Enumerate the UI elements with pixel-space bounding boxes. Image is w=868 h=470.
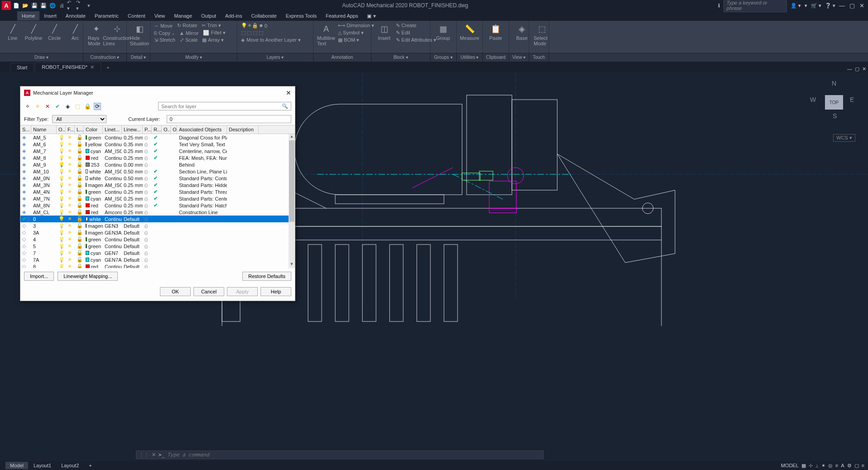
layer-o2[interactable]	[162, 232, 171, 233]
layer-assoc-cell[interactable]: Standard Parts: Thread...	[177, 189, 227, 195]
column-header[interactable]: Linet...	[103, 125, 122, 134]
layer-plot-icon[interactable]: ⎙	[143, 168, 152, 175]
layer-lock-icon[interactable]: 🔓	[75, 195, 84, 202]
layer-plot-icon[interactable]: ⎙	[143, 196, 152, 202]
layer-freeze-icon[interactable]: ☀	[66, 134, 75, 141]
layer-o3[interactable]	[171, 239, 177, 240]
layer-on-icon[interactable]: 💡	[57, 188, 66, 195]
layer-lineweight-cell[interactable]: Default	[122, 264, 143, 269]
layer-o3[interactable]	[171, 219, 177, 220]
layer-plot-icon[interactable]: ⎙	[143, 230, 152, 236]
layer-status-icon[interactable]: ◇	[20, 256, 31, 263]
layer-reconcile-icon[interactable]: ✔	[152, 182, 162, 188]
layer-refresh-icon[interactable]: ⟳	[94, 103, 101, 110]
modify-copy-button[interactable]: ⎘ Copy ▾	[154, 30, 175, 36]
layer-linetype-cell[interactable]: AM_ISO...	[103, 196, 122, 202]
layer-status-icon[interactable]: ◈	[20, 141, 31, 148]
layer-desc-cell[interactable]	[227, 151, 259, 152]
command-input[interactable]	[167, 452, 540, 458]
layer-reconcile-icon[interactable]: ✔	[152, 148, 162, 154]
a360-icon[interactable]: ▾	[805, 3, 807, 9]
app-logo[interactable]: A	[2, 1, 11, 10]
viewcube-east[interactable]: E	[850, 96, 854, 103]
layer-plot-icon[interactable]: ⎙	[143, 250, 152, 256]
layer-row[interactable]: ◈AM_8💡☀🔓redContinu...0.25 mm⎙✔FEA: Mesh,…	[20, 154, 295, 161]
apply-button[interactable]: Apply	[227, 287, 258, 296]
maximize-icon[interactable]: ▢	[849, 2, 855, 9]
layer-name-cell[interactable]: AM_5	[31, 134, 57, 141]
scroll-up-icon[interactable]: ▲	[289, 134, 295, 140]
layer-freeze-icon[interactable]: ☀	[66, 202, 75, 209]
status-lineweight-icon[interactable]: ≡	[835, 463, 838, 469]
document-tab[interactable]: ROBOT_FINISHED*✕	[35, 62, 101, 72]
circle-button[interactable]: ╱Circle	[45, 23, 63, 42]
layer-desc-cell[interactable]	[227, 185, 259, 186]
layer-linetype-cell[interactable]: AM_ISO...	[103, 148, 122, 154]
layer-lock-icon[interactable]: 🔓	[75, 202, 84, 209]
layer-desc-cell[interactable]	[227, 246, 259, 247]
layer-row[interactable]: ◈AM_9💡☀🔓253Continu...0.00 mm⎙Behind	[20, 161, 295, 168]
layer-lock-icon[interactable]: 🔓	[75, 249, 84, 256]
layer-o2[interactable]	[162, 212, 171, 213]
saveas-icon[interactable]: 💾	[40, 2, 47, 9]
layer-on-icon[interactable]: 💡	[57, 256, 66, 263]
layer-freeze-icon[interactable]: ☀	[66, 195, 75, 202]
ok-button[interactable]: OK	[160, 287, 191, 296]
layer-lineweight-cell[interactable]: Default	[122, 243, 143, 249]
status-ortho-icon[interactable]: ⟂	[815, 463, 819, 469]
bom-button[interactable]: ▦ BOM ▾	[338, 37, 374, 43]
layer-o2[interactable]	[162, 192, 171, 192]
status-workspace-icon[interactable]: ⚙	[847, 463, 852, 469]
panel-label-clipboard[interactable]: Clipboard	[483, 53, 509, 62]
layer-o3[interactable]	[171, 158, 177, 158]
layer-reconcile-icon[interactable]	[152, 219, 162, 220]
layer-row[interactable]: ◈AM_CL💡☀🔓redAmconstr0.25 mm⎙Construction…	[20, 209, 295, 216]
layer-reconcile-icon[interactable]: ✔	[152, 202, 162, 209]
menubar-collapse-icon[interactable]: ▣ ▾	[362, 11, 380, 21]
close-icon[interactable]: ✕	[859, 2, 864, 9]
layer-row[interactable]: ◈AM_8N💡☀🔓redContinu...0.25 mm⎙✔Standard …	[20, 202, 295, 209]
layer-row[interactable]: ◇3A💡☀🔓magenGEN3ADefault⎙	[20, 229, 295, 236]
layer-color-cell[interactable]: white	[84, 216, 103, 222]
layer-o3[interactable]	[171, 171, 177, 172]
layer-color-cell[interactable]: red	[84, 202, 103, 209]
layer-o2[interactable]	[162, 225, 171, 226]
layer-row[interactable]: ◈AM_4N💡☀🔓greenContinu...0.25 mm⎙✔Standar…	[20, 188, 295, 195]
layer-desc-cell[interactable]	[227, 144, 259, 145]
layer-desc-cell[interactable]	[227, 259, 259, 260]
layer-lineweight-cell[interactable]: Default	[122, 216, 143, 222]
menu-tab-collaborate[interactable]: Collaborate	[246, 11, 281, 20]
layer-assoc-cell[interactable]	[177, 266, 227, 267]
modify-trim-button[interactable]: ✂ Trim ▾	[202, 23, 221, 29]
dialog-titlebar[interactable]: A Mechanical Layer Manager ✕	[20, 86, 295, 99]
layer-on-icon[interactable]: 💡	[57, 168, 66, 175]
layer-plot-icon[interactable]: ⎙	[143, 148, 152, 154]
layer-name-cell[interactable]: AM_9	[31, 162, 57, 168]
layer-linetype-cell[interactable]: Continu...	[103, 216, 122, 222]
layer-on-icon[interactable]: 💡	[57, 154, 66, 161]
layer-desc-cell[interactable]	[227, 253, 259, 254]
menu-tab-express-tools[interactable]: Express Tools	[281, 11, 321, 20]
layer-name-cell[interactable]: 0	[31, 216, 57, 222]
layer-assoc-cell[interactable]: Standard Parts: Centerl...	[177, 196, 227, 202]
layer-assoc-cell[interactable]: Standard Parts: Conto...	[177, 175, 227, 182]
layer-desc-cell[interactable]	[227, 205, 259, 206]
layer-o3[interactable]	[171, 185, 177, 186]
layout-tab-model[interactable]: Model	[5, 462, 28, 469]
viewcube-west[interactable]: W	[810, 96, 816, 103]
layer-assoc-cell[interactable]	[177, 253, 227, 254]
paste-button[interactable]: 📋Paste	[487, 23, 505, 42]
column-header[interactable]: O...	[171, 125, 177, 134]
layer-assoc-cell[interactable]: Text Very Small, Text S...	[177, 141, 227, 148]
status-customize-icon[interactable]: ≡	[862, 463, 864, 469]
layer-reconcile-icon[interactable]	[152, 164, 162, 165]
delete-layer-icon[interactable]: ✕	[44, 103, 51, 110]
layer-row[interactable]: ◇5💡☀🔓greenContinu...Default⎙	[20, 243, 295, 249]
modify-scale-button[interactable]: ⤢ Scale	[180, 37, 198, 43]
modify-array-button[interactable]: ▦ Array ▾	[202, 37, 224, 43]
layer-row[interactable]: ◈AM_7N💡☀🔓cyanAM_ISO...0.25 mm⎙✔Standard …	[20, 195, 295, 202]
layer-o3[interactable]	[171, 144, 177, 145]
layer-lock-icon[interactable]: 🔓	[75, 175, 84, 182]
layer-desc-cell[interactable]	[227, 219, 259, 220]
layer-freeze-icon[interactable]: ☀	[66, 161, 75, 168]
